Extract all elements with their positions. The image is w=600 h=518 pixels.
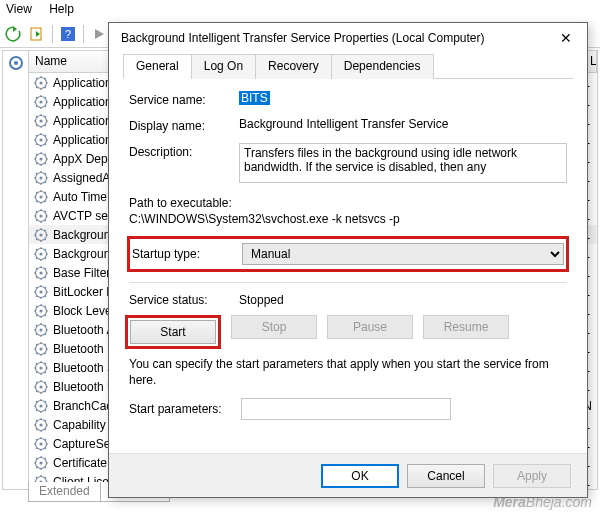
svg-point-20 <box>39 214 42 217</box>
svg-point-6 <box>39 81 42 84</box>
svg-point-46 <box>39 461 42 464</box>
label-path: Path to executable: <box>129 196 567 210</box>
start-params-hint: You can specify the start parameters tha… <box>129 357 567 388</box>
svg-text:?: ? <box>65 28 71 40</box>
svg-point-18 <box>39 195 42 198</box>
dialog-titlebar: Background Intelligent Transfer Service … <box>109 23 587 53</box>
gear-icon <box>33 246 49 262</box>
gear-icon <box>33 75 49 91</box>
label-startup-type: Startup type: <box>132 247 242 261</box>
tab-logon[interactable]: Log On <box>191 54 256 79</box>
svg-point-4 <box>14 61 18 65</box>
gear-icon <box>33 189 49 205</box>
menu-help[interactable]: Help <box>49 2 74 16</box>
ok-button[interactable]: OK <box>321 464 399 488</box>
value-path: C:\WINDOWS\System32\svchost.exe -k netsv… <box>129 212 567 226</box>
menubar: View Help <box>0 0 600 20</box>
svg-point-30 <box>39 309 42 312</box>
services-tree-icon[interactable] <box>3 51 29 489</box>
service-properties-dialog: Background Intelligent Transfer Service … <box>108 22 588 498</box>
tab-dependencies[interactable]: Dependencies <box>331 54 434 79</box>
play-icon[interactable] <box>88 23 110 45</box>
label-service-status: Service status: <box>129 293 239 307</box>
value-service-name: BITS <box>239 91 270 105</box>
label-start-params: Start parameters: <box>129 402 241 416</box>
dialog-title: Background Intelligent Transfer Service … <box>121 31 549 45</box>
tab-general[interactable]: General <box>123 54 192 79</box>
general-pane: Service name: BITS Display name: Backgro… <box>123 79 573 420</box>
export-icon[interactable] <box>26 23 48 45</box>
gear-icon <box>33 151 49 167</box>
gear-icon <box>33 417 49 433</box>
svg-point-38 <box>39 385 42 388</box>
service-control-buttons: Start Stop Pause Resume <box>129 315 567 349</box>
gear-icon <box>33 398 49 414</box>
label-display-name: Display name: <box>129 117 239 133</box>
tab-recovery[interactable]: Recovery <box>255 54 332 79</box>
help-icon[interactable]: ? <box>57 23 79 45</box>
gear-icon <box>33 132 49 148</box>
tab-extended[interactable]: Extended <box>28 482 101 502</box>
close-icon[interactable]: ✕ <box>549 26 583 50</box>
start-button[interactable]: Start <box>130 320 216 344</box>
value-display-name: Background Intelligent Transfer Service <box>239 117 567 131</box>
label-description: Description: <box>129 143 239 159</box>
svg-point-42 <box>39 423 42 426</box>
cancel-button[interactable]: Cancel <box>407 464 485 488</box>
stop-button: Stop <box>231 315 317 339</box>
svg-point-26 <box>39 271 42 274</box>
gear-icon <box>33 113 49 129</box>
gear-icon <box>33 322 49 338</box>
apply-button: Apply <box>493 464 571 488</box>
highlight-startup-type: Startup type: Manual <box>127 236 569 272</box>
svg-point-12 <box>39 138 42 141</box>
svg-point-24 <box>39 252 42 255</box>
dialog-footer: OK Cancel Apply <box>109 453 587 497</box>
gear-icon <box>33 341 49 357</box>
startup-type-select[interactable]: Manual <box>242 243 564 265</box>
start-params-input[interactable] <box>241 398 451 420</box>
gear-icon <box>33 284 49 300</box>
gear-icon <box>33 170 49 186</box>
gear-icon <box>33 265 49 281</box>
svg-point-36 <box>39 366 42 369</box>
value-description[interactable]: Transfers files in the background using … <box>239 143 567 183</box>
gear-icon <box>33 208 49 224</box>
svg-point-34 <box>39 347 42 350</box>
label-service-name: Service name: <box>129 91 239 107</box>
pause-button: Pause <box>327 315 413 339</box>
gear-icon <box>33 360 49 376</box>
dialog-tabs: General Log On Recovery Dependencies <box>123 53 573 79</box>
gear-icon <box>33 455 49 471</box>
gear-icon <box>33 303 49 319</box>
svg-point-28 <box>39 290 42 293</box>
refresh-icon[interactable] <box>2 23 24 45</box>
svg-point-14 <box>39 157 42 160</box>
svg-point-8 <box>39 100 42 103</box>
svg-point-32 <box>39 328 42 331</box>
svg-point-44 <box>39 442 42 445</box>
svg-point-40 <box>39 404 42 407</box>
menu-view[interactable]: View <box>6 2 32 16</box>
gear-icon <box>33 379 49 395</box>
svg-point-16 <box>39 176 42 179</box>
value-service-status: Stopped <box>239 293 284 307</box>
gear-icon <box>33 227 49 243</box>
svg-point-22 <box>39 233 42 236</box>
gear-icon <box>33 94 49 110</box>
gear-icon <box>33 436 49 452</box>
svg-point-10 <box>39 119 42 122</box>
highlight-start-button: Start <box>125 315 221 349</box>
resume-button: Resume <box>423 315 509 339</box>
